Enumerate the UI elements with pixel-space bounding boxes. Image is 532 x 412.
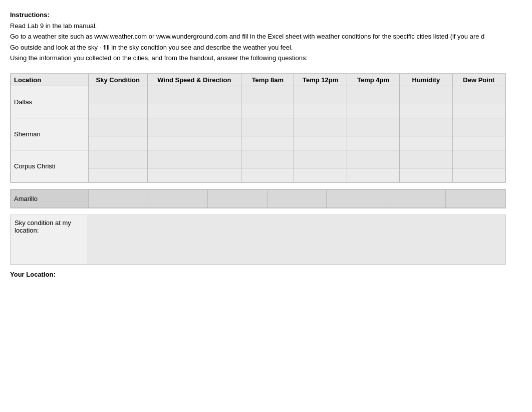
corpus-temp8am2[interactable] <box>241 168 294 182</box>
instruction-line3: Go outside and look at the sky - fill in… <box>10 43 522 53</box>
dallas-temp4pm2[interactable] <box>347 104 399 118</box>
amarillo-temp12pm[interactable] <box>267 189 327 208</box>
corpus-wind2[interactable] <box>147 168 241 182</box>
instruction-line1: Read Lab 9 in the lab manual. <box>10 21 522 31</box>
col-header-humidity: Humidity <box>400 74 452 86</box>
dallas-dewpoint2[interactable] <box>452 104 505 118</box>
city-corpus-christi: Corpus Christi <box>11 150 89 182</box>
corpus-humidity2[interactable] <box>400 168 452 182</box>
corpus-temp8am[interactable] <box>241 150 294 168</box>
sherman-humidity[interactable] <box>400 118 452 136</box>
instruction-line2: Go to a weather site such as www.weather… <box>10 32 522 42</box>
sky-condition-label: Sky condition at my location: <box>11 215 88 264</box>
sherman-temp12pm[interactable] <box>294 118 347 136</box>
dallas-humidity[interactable] <box>400 86 452 104</box>
sky-condition-section: Sky condition at my location: <box>10 215 506 265</box>
instructions-title: Instructions: <box>10 10 522 20</box>
dallas-humidity2[interactable] <box>400 104 452 118</box>
col-header-temp8am: Temp 8am <box>241 74 294 86</box>
sky-condition-value[interactable] <box>88 215 505 264</box>
weather-table-wrapper: Location Sky Condition Wind Speed & Dire… <box>10 73 506 183</box>
dallas-temp8am[interactable] <box>241 86 294 104</box>
col-header-temp4pm: Temp 4pm <box>347 74 399 86</box>
col-header-wind: Wind Speed & Direction <box>147 74 241 86</box>
your-location-label: Your Location: <box>10 271 56 278</box>
corpus-sky[interactable] <box>89 150 148 168</box>
table-row: Sherman <box>11 118 505 136</box>
corpus-dewpoint2[interactable] <box>452 168 505 182</box>
dallas-sky2[interactable] <box>89 104 148 118</box>
sherman-temp4pm2[interactable] <box>347 136 399 150</box>
dallas-wind[interactable] <box>147 86 241 104</box>
col-header-sky: Sky Condition <box>89 74 148 86</box>
weather-table: Location Sky Condition Wind Speed & Dire… <box>11 74 505 182</box>
amarillo-sky[interactable] <box>89 189 148 208</box>
table-row: Dallas <box>11 86 505 104</box>
corpus-temp12pm2[interactable] <box>294 168 347 182</box>
table-row: Amarillo <box>11 189 505 208</box>
amarillo-wind[interactable] <box>148 189 207 208</box>
corpus-sky2[interactable] <box>89 168 148 182</box>
sherman-sky2[interactable] <box>89 136 148 150</box>
sherman-wind2[interactable] <box>147 136 241 150</box>
sherman-dewpoint[interactable] <box>452 118 505 136</box>
corpus-humidity[interactable] <box>400 150 452 168</box>
sherman-sky[interactable] <box>89 118 148 136</box>
amarillo-dewpoint[interactable] <box>446 189 505 208</box>
dallas-temp8am2[interactable] <box>241 104 294 118</box>
corpus-wind[interactable] <box>147 150 241 168</box>
city-amarillo: Amarillo <box>11 189 89 208</box>
dallas-sky[interactable] <box>89 86 148 104</box>
table-row: Corpus Christi <box>11 150 505 168</box>
amarillo-temp8am[interactable] <box>207 189 267 208</box>
amarillo-table-wrapper: Amarillo <box>10 189 506 209</box>
dallas-wind2[interactable] <box>147 104 241 118</box>
sherman-humidity2[interactable] <box>400 136 452 150</box>
your-location-section: Your Location: <box>10 271 522 278</box>
amarillo-humidity[interactable] <box>386 189 446 208</box>
dallas-temp4pm[interactable] <box>347 86 399 104</box>
dallas-temp12pm2[interactable] <box>294 104 347 118</box>
dallas-dewpoint[interactable] <box>452 86 505 104</box>
amarillo-table: Amarillo <box>11 189 505 208</box>
amarillo-temp4pm[interactable] <box>327 189 386 208</box>
corpus-temp4pm[interactable] <box>347 150 399 168</box>
col-header-location: Location <box>11 74 89 86</box>
instructions-section: Instructions: Read Lab 9 in the lab manu… <box>10 10 522 63</box>
instruction-line4: Using the information you collected on t… <box>10 53 522 63</box>
col-header-dewpoint: Dew Point <box>452 74 505 86</box>
city-dallas: Dallas <box>11 86 89 118</box>
dallas-temp12pm[interactable] <box>294 86 347 104</box>
sherman-temp4pm[interactable] <box>347 118 399 136</box>
corpus-temp4pm2[interactable] <box>347 168 399 182</box>
sherman-temp8am[interactable] <box>241 118 294 136</box>
sherman-temp12pm2[interactable] <box>294 136 347 150</box>
col-header-temp12pm: Temp 12pm <box>294 74 347 86</box>
corpus-dewpoint[interactable] <box>452 150 505 168</box>
sherman-wind[interactable] <box>147 118 241 136</box>
sherman-dewpoint2[interactable] <box>452 136 505 150</box>
sherman-temp8am2[interactable] <box>241 136 294 150</box>
corpus-temp12pm[interactable] <box>294 150 347 168</box>
city-sherman: Sherman <box>11 118 89 150</box>
